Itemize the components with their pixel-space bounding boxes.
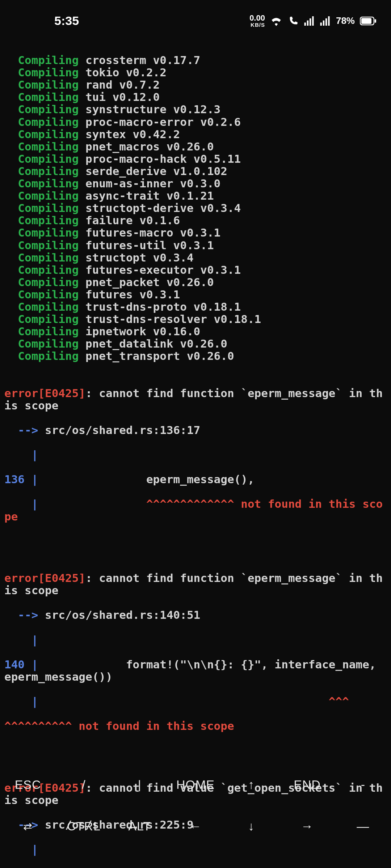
key-alt[interactable]: ALT xyxy=(112,812,168,841)
key-left[interactable]: ← xyxy=(168,812,223,841)
compile-line: Compiling failure v0.1.6 xyxy=(4,214,387,226)
compile-line: Compiling futures v0.3.1 xyxy=(4,288,387,301)
compile-line: Compiling tui v0.12.0 xyxy=(4,91,387,103)
arrow-icon: --> xyxy=(4,608,38,621)
svg-rect-1 xyxy=(307,20,308,25)
compile-line: Compiling pnet_transport v0.26.0 xyxy=(4,350,387,362)
key-end[interactable]: END xyxy=(279,770,335,799)
compile-line: Compiling async-trait v0.1.21 xyxy=(4,190,387,202)
svg-rect-0 xyxy=(304,22,306,26)
key-esc[interactable]: ESC xyxy=(0,770,56,799)
line-number: 136 xyxy=(4,473,31,486)
key-minus[interactable]: — xyxy=(335,812,391,841)
error-location: src/os/shared.rs:136:17 xyxy=(38,424,200,437)
key-pipe[interactable]: | xyxy=(112,770,168,799)
key-right[interactable]: → xyxy=(279,812,335,841)
terminal-output[interactable]: Compiling crossterm v0.17.7 Compiling to… xyxy=(0,42,391,868)
svg-rect-5 xyxy=(323,20,324,25)
compile-line: Compiling proc-macro-hack v0.5.11 xyxy=(4,153,387,165)
error-code: E0425 xyxy=(45,387,79,400)
compile-line: Compiling tokio v0.2.2 xyxy=(4,66,387,78)
battery-text: 78% xyxy=(336,16,355,26)
arrow-icon: --> xyxy=(4,424,38,437)
error-hint: not found in this scope xyxy=(72,719,234,732)
code-line: eperm_message(), xyxy=(38,473,254,486)
svg-rect-2 xyxy=(310,18,311,25)
compile-line: Compiling rand v0.7.2 xyxy=(4,78,387,91)
compile-line: Compiling syntex v0.42.2 xyxy=(4,128,387,140)
clock: 5:35 xyxy=(14,14,79,27)
svg-rect-4 xyxy=(320,22,322,26)
compile-line: Compiling structopt-derive v0.3.4 xyxy=(4,202,387,214)
error-label: error[ xyxy=(4,571,45,584)
code-line: format!("\n\n{}: {}", interface_name, ep… xyxy=(4,658,383,683)
signal-icon xyxy=(304,16,315,26)
compile-line: Compiling pnet_packet v0.26.0 xyxy=(4,276,387,288)
key-down[interactable]: ↓ xyxy=(223,812,279,841)
compile-line: Compiling serde_derive v1.0.102 xyxy=(4,165,387,177)
volte-icon xyxy=(287,16,299,26)
compile-line: Compiling structopt v0.3.4 xyxy=(4,251,387,264)
compile-line: Compiling trust-dns-resolver v0.18.1 xyxy=(4,313,387,325)
status-bar: 5:35 0.00 KB/S 78% xyxy=(0,0,391,42)
error-label: error[ xyxy=(4,387,45,400)
compile-line: Compiling futures-util v0.3.1 xyxy=(4,239,387,251)
battery-icon xyxy=(360,17,377,25)
compile-line: Compiling futures-executor v0.3.1 xyxy=(4,264,387,276)
compile-line: Compiling pnet_macros v0.26.0 xyxy=(4,140,387,153)
extra-keys-row-2: ⇄ CTRL ALT ← ↓ → — xyxy=(0,812,391,841)
status-icons: 0.00 KB/S 78% xyxy=(249,14,377,27)
wifi-icon xyxy=(270,16,282,26)
compile-line: Compiling pnet_datalink v0.26.0 xyxy=(4,337,387,350)
key-up[interactable]: ↑ xyxy=(223,770,279,799)
key-dash[interactable]: - xyxy=(335,770,391,799)
svg-rect-3 xyxy=(312,16,314,26)
svg-rect-10 xyxy=(375,19,376,23)
error-location: src/os/shared.rs:140:51 xyxy=(38,608,200,621)
signal-icon-2 xyxy=(320,16,331,26)
svg-rect-7 xyxy=(328,16,329,26)
compile-line: Compiling futures-macro v0.3.1 xyxy=(4,226,387,239)
line-number: 140 xyxy=(4,658,31,671)
network-speed: 0.00 KB/S xyxy=(249,14,265,27)
key-home[interactable]: HOME xyxy=(168,770,223,799)
key-slash[interactable]: / xyxy=(56,770,112,799)
extra-keys-row-1: ESC / | HOME ↑ END - xyxy=(0,770,391,799)
compile-line: Compiling trust-dns-proto v0.18.1 xyxy=(4,301,387,313)
compile-line: Compiling ipnetwork v0.16.0 xyxy=(4,325,387,337)
error-code: E0425 xyxy=(45,571,79,584)
compile-line: Compiling proc-macro-error v0.2.6 xyxy=(4,116,387,128)
compile-line: Compiling enum-as-inner v0.3.0 xyxy=(4,177,387,190)
key-tab[interactable]: ⇄ xyxy=(0,812,56,840)
compile-line: Compiling crossterm v0.17.7 xyxy=(4,54,387,66)
svg-rect-9 xyxy=(361,18,371,24)
key-ctrl[interactable]: CTRL xyxy=(56,812,112,841)
svg-rect-6 xyxy=(325,18,327,25)
compile-line: Compiling synstructure v0.12.3 xyxy=(4,103,387,115)
